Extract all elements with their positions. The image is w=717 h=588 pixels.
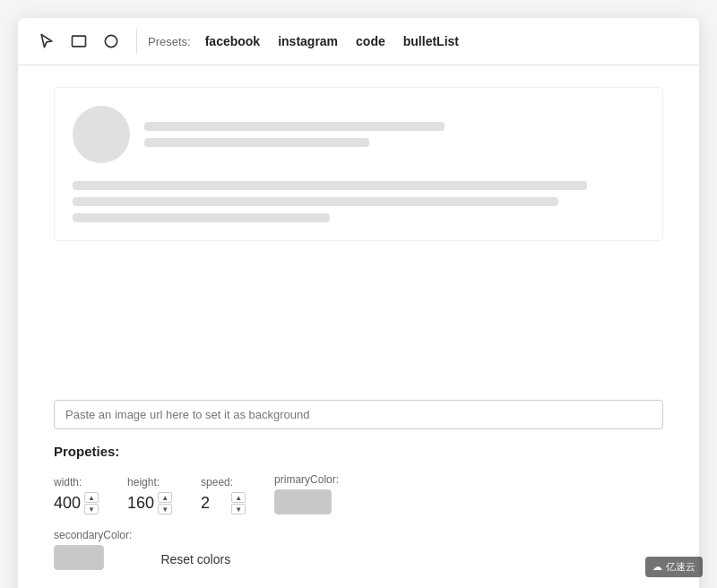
reset-colors-group: Reset colors: [160, 549, 230, 570]
properties-row-2: secondaryColor: Reset colors: [54, 529, 663, 570]
height-label: height:: [127, 476, 172, 489]
skeleton-card: [54, 87, 663, 241]
svg-rect-0: [73, 36, 86, 47]
width-down[interactable]: ▼: [84, 504, 99, 514]
url-input[interactable]: [54, 400, 663, 429]
width-value: 400: [54, 494, 81, 513]
height-input-wrapper: 160 ▲ ▼: [127, 492, 172, 514]
preset-code[interactable]: code: [349, 30, 393, 52]
speed-spinner: ▲ ▼: [231, 492, 246, 514]
width-input-wrapper: 400 ▲ ▼: [54, 492, 99, 514]
rectangle-tool[interactable]: [65, 27, 93, 56]
primary-color-label: primaryColor:: [274, 473, 339, 486]
watermark-text: 亿速云: [666, 560, 695, 574]
watermark: ☁ 亿速云: [645, 557, 703, 577]
watermark-icon: ☁: [652, 561, 662, 573]
secondary-color-swatch[interactable]: [54, 545, 104, 570]
properties-section: Propeties: width: 400 ▲ ▼ height: 160: [18, 444, 699, 588]
prop-height: height: 160 ▲ ▼: [127, 476, 172, 514]
properties-row-1: width: 400 ▲ ▼ height: 160 ▲ ▼: [54, 473, 663, 514]
prop-width: width: 400 ▲ ▼: [54, 476, 99, 514]
skeleton-body: [73, 181, 644, 222]
skeleton-line-2: [144, 138, 369, 147]
skeleton-line-1: [144, 122, 445, 131]
toolbar: Presets: facebook instagram code bulletL…: [18, 18, 699, 65]
app-container: Presets: facebook instagram code bulletL…: [18, 18, 699, 588]
reset-colors-button[interactable]: Reset colors: [160, 549, 230, 570]
prop-secondary-color: secondaryColor:: [54, 529, 132, 570]
circle-tool[interactable]: [97, 27, 125, 56]
speed-value: 2: [201, 494, 228, 513]
speed-up[interactable]: ▲: [231, 492, 246, 503]
url-section: [18, 400, 699, 444]
presets-label: Presets:: [148, 35, 191, 48]
width-label: width:: [54, 476, 99, 489]
speed-down[interactable]: ▼: [231, 504, 246, 514]
skeleton-body-line-2: [73, 197, 558, 206]
prop-speed: speed: 2 ▲ ▼: [201, 476, 246, 514]
skeleton-body-line-1: [73, 181, 587, 190]
height-value: 160: [127, 494, 154, 513]
cursor-tool[interactable]: [32, 27, 61, 56]
height-down[interactable]: ▼: [158, 504, 172, 514]
secondary-color-label: secondaryColor:: [54, 529, 132, 541]
preview-area: [18, 65, 699, 400]
speed-label: speed:: [201, 476, 246, 489]
width-up[interactable]: ▲: [84, 492, 99, 503]
primary-color-swatch[interactable]: [274, 489, 332, 514]
height-spinner: ▲ ▼: [158, 492, 172, 514]
speed-input-wrapper: 2 ▲ ▼: [201, 492, 246, 514]
height-up[interactable]: ▲: [158, 492, 172, 503]
skeleton-header-lines: [144, 122, 644, 147]
preset-bulletlist[interactable]: bulletList: [396, 30, 466, 52]
preset-facebook[interactable]: facebook: [198, 30, 267, 52]
skeleton-avatar: [73, 106, 130, 163]
svg-point-1: [105, 35, 117, 47]
skeleton-body-line-3: [73, 213, 330, 222]
preset-instagram[interactable]: instagram: [271, 30, 345, 52]
toolbar-divider: [136, 29, 137, 54]
properties-title: Propeties:: [54, 444, 663, 459]
width-spinner: ▲ ▼: [84, 492, 99, 514]
skeleton-header: [73, 106, 644, 163]
prop-primary-color: primaryColor:: [274, 473, 339, 514]
